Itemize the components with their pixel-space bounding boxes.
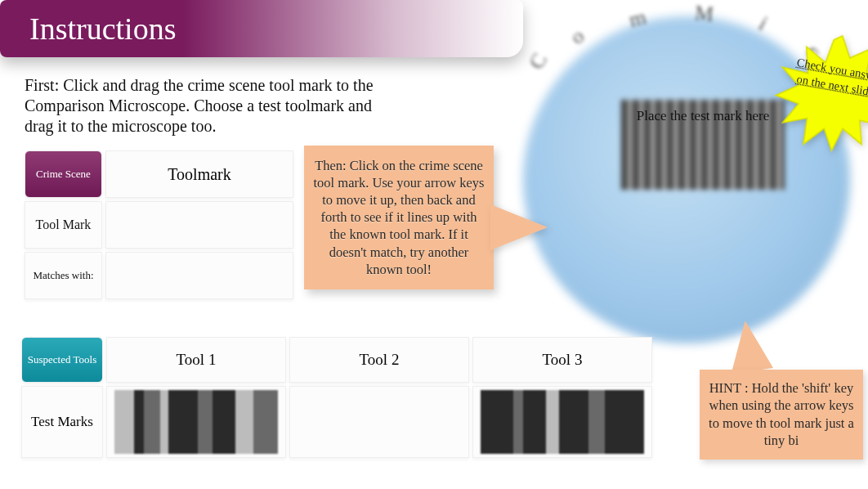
page-title: Instructions bbox=[29, 11, 176, 47]
tool-3-test-mark[interactable] bbox=[472, 386, 652, 458]
crime-scene-header: Crime Scene bbox=[25, 150, 102, 198]
tool-3-label: Tool 3 bbox=[472, 337, 652, 383]
title-banner: Instructions bbox=[0, 0, 523, 57]
crime-scene-row-toolmark: Tool Mark bbox=[25, 201, 102, 249]
crime-scene-table: Crime Scene Toolmark Tool Mark Matches w… bbox=[21, 147, 297, 303]
crime-scene-toolmark-slot[interactable] bbox=[105, 201, 293, 249]
test-marks-row-label: Test Marks bbox=[21, 386, 103, 458]
tool-1-test-mark[interactable] bbox=[106, 386, 286, 458]
instruction-hint-callout: HINT : Hold the 'shift' key when using t… bbox=[700, 370, 863, 460]
tool-2-label: Tool 2 bbox=[289, 337, 469, 383]
crime-scene-matches-slot[interactable] bbox=[105, 252, 293, 299]
microscope-drop-label: Place the test mark here bbox=[629, 108, 776, 124]
tool-2-test-mark[interactable] bbox=[289, 386, 469, 458]
instruction-first: First: Click and drag the crime scene to… bbox=[25, 75, 384, 137]
tool-1-label: Tool 1 bbox=[106, 337, 286, 383]
barcode-mark-icon bbox=[114, 390, 278, 454]
suspected-tools-table: Suspected Tools Tool 1 Tool 2 Tool 3 Tes… bbox=[18, 334, 655, 461]
crime-scene-row-matches: Matches with: bbox=[25, 252, 102, 299]
hint-callout-arrow-icon bbox=[724, 318, 773, 375]
check-answer-starburst bbox=[760, 25, 868, 173]
instruction-then-callout: Then: Click on the crime scene tool mark… bbox=[304, 146, 494, 289]
then-callout-arrow-icon bbox=[490, 204, 548, 250]
suspected-tools-header: Suspected Tools bbox=[21, 337, 103, 383]
crime-scene-toolmark-label: Toolmark bbox=[105, 150, 293, 198]
barcode-mark-icon bbox=[481, 390, 644, 454]
